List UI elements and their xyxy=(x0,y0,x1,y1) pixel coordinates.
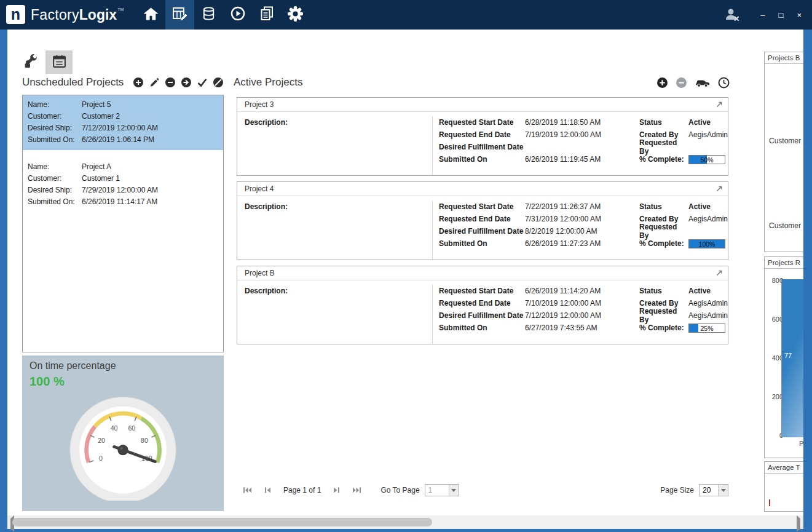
remove-project-icon[interactable] xyxy=(676,77,687,89)
first-page-button[interactable] xyxy=(243,486,252,494)
description-label: Description: xyxy=(245,118,288,127)
edit-pencil-icon[interactable] xyxy=(149,77,160,88)
calendar-icon xyxy=(52,54,67,71)
user-logout-icon[interactable] xyxy=(724,7,740,22)
req-end-value: 7/10/2019 12:00:00 AM xyxy=(525,299,601,308)
submitted-on-value: 6/26/2019 11:27:23 AM xyxy=(525,239,601,248)
req-end-label: Requested End Date xyxy=(439,130,525,139)
maximize-button[interactable]: □ xyxy=(777,10,786,20)
y-axis-tick: 400 xyxy=(765,354,783,362)
ontime-gauge: 0 20 40 60 80 100 xyxy=(51,389,195,501)
project-card-title: Project 4 xyxy=(245,185,274,193)
status-label: Status xyxy=(639,118,688,127)
brand-logix: Logix xyxy=(79,7,117,23)
fulfillment-label: Desired Fulfillment Date xyxy=(439,311,525,320)
minimize-button[interactable]: – xyxy=(759,10,767,20)
scrollbar-thumb[interactable] xyxy=(12,518,432,526)
unscheduled-project-item[interactable]: Name:Project A Customer:Customer 1 Desir… xyxy=(23,157,223,212)
name-label: Name: xyxy=(28,161,82,173)
created-by-label: Created By xyxy=(639,215,688,223)
created-by-value: AegisAdmin xyxy=(688,215,728,223)
last-page-button[interactable] xyxy=(352,486,361,494)
expand-icon[interactable] xyxy=(715,101,723,108)
circle-play-icon xyxy=(230,6,246,24)
unscheduled-project-item[interactable]: Name:Project 5 Customer:Customer 2 Desir… xyxy=(23,95,223,150)
expand-icon[interactable] xyxy=(715,269,723,277)
requested-by-value: AegisAdmin xyxy=(688,311,728,320)
home-nav-button[interactable] xyxy=(136,0,165,30)
reports-nav-button[interactable] xyxy=(252,0,281,30)
view-tab-strip xyxy=(17,50,73,74)
project-card-header[interactable]: Project B xyxy=(237,266,728,280)
remove-icon[interactable] xyxy=(165,77,176,88)
trademark: TM xyxy=(117,7,124,12)
ship-label: Desired Ship: xyxy=(28,185,82,196)
submitted-on-label: Submitted On xyxy=(439,324,525,332)
cancel-icon[interactable] xyxy=(213,77,224,88)
add-project-icon[interactable] xyxy=(656,77,668,89)
page-indicator: Page 1 of 1 xyxy=(283,486,321,494)
ontime-title: On time percentage xyxy=(30,360,216,371)
expand-icon[interactable] xyxy=(715,185,723,193)
check-icon[interactable] xyxy=(197,77,208,88)
name-value: Project 5 xyxy=(82,99,111,111)
gauge-knob xyxy=(117,445,128,455)
ship-value: 7/12/2019 12:00:00 AM xyxy=(82,122,158,134)
progress-bar: 100% xyxy=(688,239,725,248)
clock-icon[interactable] xyxy=(718,77,730,89)
settings-nav-button[interactable] xyxy=(281,0,310,30)
projects-ready-title: Projects R xyxy=(765,257,803,269)
progress-text: 100% xyxy=(689,240,725,248)
page-size-combobox[interactable]: 20 xyxy=(699,484,728,496)
car-icon[interactable] xyxy=(695,77,711,88)
scheduling-nav-button[interactable] xyxy=(165,0,194,30)
fulfillment-label: Desired Fulfillment Date xyxy=(439,227,525,236)
description-label: Description: xyxy=(245,287,288,295)
move-right-icon[interactable] xyxy=(181,77,192,88)
tab-calendar[interactable] xyxy=(45,50,73,74)
req-start-value: 6/26/2019 11:14:20 AM xyxy=(525,287,601,295)
created-by-label: Created By xyxy=(639,299,688,308)
horizontal-scrollbar[interactable] xyxy=(7,515,803,529)
complete-label: % Complete: xyxy=(639,239,688,248)
close-button[interactable]: × xyxy=(795,10,803,20)
page-size-value: 20 xyxy=(700,486,718,494)
active-projects-title: Active Projects xyxy=(234,76,302,89)
project-card-header[interactable]: Project 3 xyxy=(237,98,728,112)
project-card-header[interactable]: Project 4 xyxy=(237,182,728,196)
project-card-title: Project B xyxy=(245,269,275,277)
fulfillment-label: Desired Fulfillment Date xyxy=(439,143,525,151)
submitted-on-value: 6/26/2019 11:19:45 AM xyxy=(525,155,601,164)
home-icon xyxy=(143,6,159,24)
scroll-right-arrow[interactable] xyxy=(794,518,802,526)
submitted-on-label: Submitted On xyxy=(439,239,525,248)
customer-value: Customer 1 xyxy=(82,173,120,185)
goto-page-combobox[interactable]: 1 xyxy=(425,484,459,496)
progress-bar: 50% xyxy=(688,155,725,164)
unscheduled-title: Unscheduled Projects xyxy=(22,76,124,89)
status-label: Status xyxy=(639,202,688,211)
customer-label: Customer: xyxy=(28,111,82,122)
submitted-label: Submitted On: xyxy=(28,196,82,208)
goto-page-value: 1 xyxy=(425,486,449,494)
submitted-on-value: 6/27/2019 7:43:55 AM xyxy=(525,324,597,332)
y-axis-tick: 0 xyxy=(765,432,783,439)
materials-nav-button[interactable] xyxy=(194,0,223,30)
production-nav-button[interactable] xyxy=(223,0,252,30)
chart-bar: 77 xyxy=(782,279,803,437)
req-end-label: Requested End Date xyxy=(439,215,525,223)
wrench-lock-icon xyxy=(23,54,39,71)
ship-value: 7/29/2019 12:00:00 AM xyxy=(82,185,158,196)
pagination-bar: Page 1 of 1 Go To Page 1 Page Size 20 xyxy=(237,482,728,498)
prev-page-button[interactable] xyxy=(263,486,272,494)
ontime-panel: On time percentage 100 % xyxy=(22,355,224,511)
requested-by-label: Requested By xyxy=(639,223,688,240)
tab-setup[interactable] xyxy=(17,50,44,74)
add-icon[interactable] xyxy=(133,77,144,88)
status-value: Active xyxy=(688,118,711,127)
projects-by-customer-title: Projects B xyxy=(765,52,803,64)
y-axis-tick: 800 xyxy=(765,277,783,284)
next-page-button[interactable] xyxy=(333,486,341,494)
project-card: Project B Description: Requested Start D… xyxy=(237,266,728,344)
project-card: Project 4 Description: Requested Start D… xyxy=(237,181,728,260)
